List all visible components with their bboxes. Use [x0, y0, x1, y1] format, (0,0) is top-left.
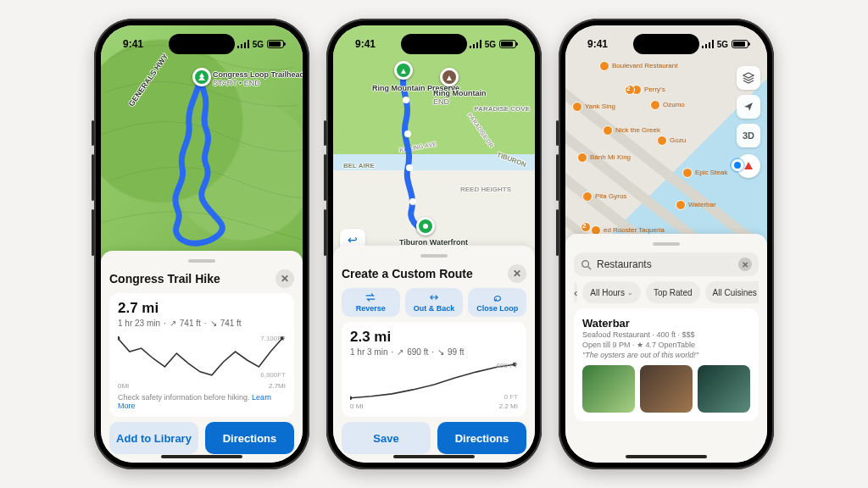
status-time: 9:41 [355, 38, 376, 50]
search-sheet: Restaurants ✕ ‹ All Hours⌄ Top Rated All… [565, 234, 767, 463]
filter-back-button[interactable]: ‹ [574, 281, 577, 303]
area-belaire: BEL AIRE [343, 163, 375, 170]
svg-point-7 [350, 396, 352, 400]
battery-icon [499, 40, 516, 48]
reverse-icon [364, 292, 376, 302]
area-paradise-cove: PARADISE COVE [474, 106, 530, 114]
phone-frame-3: 9:41 5G 3D Boulevard Resta [559, 19, 774, 469]
hiker-icon [421, 222, 430, 230]
hike-title: Congress Trail Hike [109, 272, 220, 286]
x-end: 2.7MI [269, 382, 286, 390]
pin-waterfront[interactable] [416, 217, 435, 236]
directions-button[interactable]: Directions [205, 422, 294, 454]
custom-route-sheet: Create a Custom Route ✕ Reverse Out & Ba… [333, 246, 535, 463]
filter-row: ‹ All Hours⌄ Top Rated All Cuisines⌄ [574, 281, 759, 303]
x-start: 0MI [118, 382, 129, 390]
route-path [153, 73, 247, 251]
safety-note: Check safety information before hiking. … [118, 393, 286, 410]
dynamic-island [401, 34, 467, 54]
home-indicator[interactable] [626, 455, 707, 458]
x-end: 2.2 MI [499, 402, 518, 410]
poi-marker[interactable]: Nick the Greek [603, 125, 660, 136]
elevation-chart-2: 600 FT 0 FT [350, 362, 518, 401]
area-tiburon: TIBURON [495, 152, 526, 169]
user-location-dot [732, 159, 743, 171]
poi-marker[interactable]: Bánh Mì King [577, 152, 631, 163]
result-meta-1: Seafood Restaurant · 400 ft · $$$ [582, 330, 750, 340]
home-indicator[interactable] [161, 455, 242, 458]
poi-marker[interactable]: Yank Sing [572, 102, 615, 112]
pin-ring-mountain[interactable]: ▲ [440, 68, 459, 86]
add-to-library-button[interactable]: Add to Library [109, 422, 198, 454]
home-indicator[interactable] [393, 455, 475, 458]
search-field[interactable]: Restaurants ✕ [574, 252, 759, 276]
phone-frame-1: 9:41 5G GENERALS HWY [94, 19, 309, 469]
filter-hours[interactable]: All Hours⌄ [582, 281, 641, 303]
save-button[interactable]: Save [342, 422, 431, 454]
reverse-button[interactable]: Reverse [342, 288, 400, 317]
area-reed: REED HEIGHTS [460, 186, 511, 194]
hike-distance: 2.7 mi [118, 300, 286, 317]
pin-trailhead[interactable] [192, 68, 211, 86]
screen-2: 9:41 5G BEL AIRE PARADISE COVE REED HEIG… [333, 25, 535, 463]
network-label: 5G [717, 40, 728, 49]
close-button[interactable]: ✕ [508, 264, 526, 283]
poi-cluster[interactable]: 2 [581, 222, 597, 232]
custom-route-title: Create a Custom Route [342, 267, 473, 280]
sheet-grabber[interactable] [653, 242, 680, 246]
svg-point-6 [423, 224, 428, 229]
poi-marker[interactable]: Waterbar [676, 200, 716, 210]
filter-top-rated[interactable]: Top Rated [646, 281, 700, 303]
dynamic-island [169, 34, 235, 54]
poi-marker[interactable]: Ozumo [650, 100, 685, 110]
svg-point-4 [406, 164, 413, 171]
status-time: 9:41 [587, 38, 608, 50]
result-quote: "The oysters are out of this world!" [582, 350, 750, 360]
search-text: Restaurants [597, 258, 652, 270]
phone-frame-2: 9:41 5G BEL AIRE PARADISE COVE REED HEIG… [326, 19, 542, 469]
svg-point-3 [404, 130, 411, 137]
elevation-chart-1: 7,100FT 6,800FT [118, 333, 286, 380]
poi-cluster[interactable]: 2 [625, 85, 641, 95]
result-meta-2: Open till 9 PM · ★ 4.7 OpenTable [582, 340, 750, 350]
map-layers-button[interactable] [737, 66, 760, 90]
layers-icon [743, 72, 754, 84]
result-name: Waterbar [582, 317, 750, 330]
photo-thumb[interactable] [640, 365, 693, 413]
battery-icon [267, 40, 284, 48]
location-arrow-icon [743, 101, 754, 113]
dynamic-island [633, 34, 699, 54]
out-back-icon [428, 292, 440, 302]
close-loop-button[interactable]: Close Loop [468, 288, 526, 317]
screen-3: 9:41 5G 3D Boulevard Resta [565, 25, 767, 463]
x-start: 0 MI [350, 402, 364, 410]
pin-trailhead-label: Congress Loop Trailhead START • END [213, 71, 303, 88]
out-and-back-button[interactable]: Out & Back [405, 288, 464, 317]
signal-icon [237, 40, 249, 48]
poi-marker[interactable]: Pita Gyros [582, 191, 626, 202]
signal-icon [470, 40, 481, 48]
hike-stats-card: 2.7 mi 1 hr 23 min· ↗741 ft· ↘741 ft 7,1… [109, 293, 294, 417]
directions-button[interactable]: Directions [437, 422, 526, 454]
route-distance: 2.3 mi [350, 329, 518, 346]
filter-cuisines[interactable]: All Cuisines⌄ [705, 281, 759, 303]
result-card-waterbar[interactable]: Waterbar Seafood Restaurant · 400 ft · $… [574, 308, 759, 421]
photo-thumb[interactable] [582, 365, 635, 413]
clear-search-button[interactable]: ✕ [738, 258, 752, 271]
view-3d-button[interactable]: 3D [737, 124, 760, 147]
hike-sheet: Congress Trail Hike ✕ 2.7 mi 1 hr 23 min… [101, 251, 303, 463]
sheet-grabber[interactable] [420, 254, 448, 258]
pin-preserve[interactable]: ▲ [394, 61, 413, 80]
signal-icon [702, 40, 714, 48]
route-stats-card: 2.3 mi 1 hr 3 min· ↗690 ft· ↘99 ft 600 F… [342, 322, 526, 417]
label-ring-mountain: Ring Mountain END [433, 90, 487, 107]
close-loop-icon [492, 292, 504, 302]
sheet-grabber[interactable] [188, 259, 215, 263]
close-button[interactable]: ✕ [275, 269, 294, 288]
locate-me-button[interactable] [737, 95, 760, 119]
poi-marker[interactable]: Gozu [657, 136, 686, 146]
road-paradise: PARADISE DR [466, 112, 495, 148]
poi-marker[interactable]: Epic Steak [682, 168, 727, 178]
battery-icon [732, 40, 748, 48]
photo-thumb[interactable] [698, 365, 750, 413]
